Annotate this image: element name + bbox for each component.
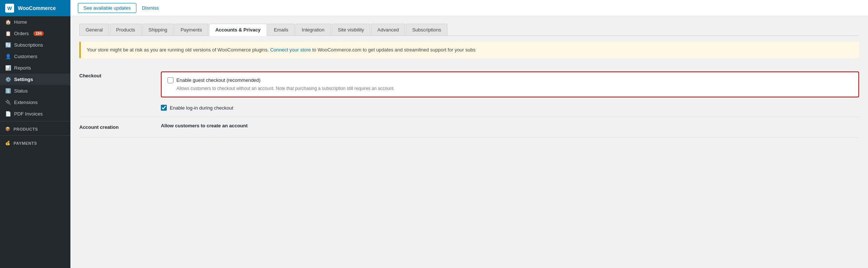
login-checkout-label[interactable]: Enable log-in during checkout (170, 105, 233, 111)
subscriptions-icon: 🔄 (5, 42, 11, 48)
sidebar-item-pdf-invoices[interactable]: 📄 PDF Invoices (0, 108, 70, 120)
content-area: General Products Shipping Payments Accou… (70, 16, 868, 268)
tab-emails[interactable]: Emails (268, 24, 295, 36)
tab-accounts-privacy[interactable]: Accounts & Privacy (209, 24, 267, 36)
sidebar-item-orders[interactable]: 📋 Orders 194 (0, 28, 70, 39)
login-checkout-checkbox[interactable] (161, 105, 167, 111)
sidebar-item-label: Reports (14, 65, 31, 71)
woocommerce-logo: W (5, 4, 14, 13)
login-checkout-row: Enable log-in during checkout (161, 105, 859, 111)
sidebar-item-reports[interactable]: 📊 Reports (0, 62, 70, 74)
sidebar-item-subscriptions[interactable]: 🔄 Subscriptions (0, 39, 70, 51)
sidebar-brand-label: WooCommerce (18, 5, 56, 11)
account-creation-settings-row: Account creation Allow customers to crea… (79, 117, 859, 138)
products-section-icon: 📦 (5, 127, 11, 131)
guest-checkout-row: Enable guest checkout (recommended) (168, 77, 852, 83)
settings-icon: ⚙️ (5, 77, 11, 82)
tab-shipping[interactable]: Shipping (142, 24, 174, 36)
sidebar-item-customers[interactable]: 👤 Customers (0, 51, 70, 62)
see-updates-button[interactable]: See available updates (78, 3, 136, 13)
sidebar-section-payments-header: 💰 Payments (0, 137, 70, 148)
tab-subscriptions[interactable]: Subscriptions (406, 24, 447, 36)
sidebar-section-label: Products (14, 127, 38, 131)
alert-banner: Your store might be at risk as you are r… (79, 42, 859, 58)
account-creation-content: Allow customers to create an account (161, 123, 859, 131)
top-bar: See available updates Dismiss (70, 0, 868, 16)
sidebar-item-home[interactable]: 🏠 Home (0, 16, 70, 28)
status-icon: ℹ️ (5, 88, 11, 94)
tab-general[interactable]: General (79, 24, 109, 36)
checkout-content: Enable guest checkout (recommended) Allo… (161, 71, 859, 111)
sidebar-item-label: PDF Invoices (14, 111, 43, 117)
sidebar-item-label: Orders (14, 31, 29, 36)
guest-checkout-hint: Allows customers to checkout without an … (176, 86, 852, 92)
checkout-label: Checkout (79, 71, 161, 78)
checkout-settings-row: Checkout Enable guest checkout (recommen… (79, 66, 859, 117)
sidebar-item-label: Extensions (14, 100, 38, 105)
sidebar-item-settings[interactable]: ⚙️ Settings (0, 74, 70, 85)
sidebar-section-label: Payments (14, 141, 37, 145)
alert-text-after: to WooCommerce.com to get updates and st… (312, 47, 476, 53)
guest-checkout-label[interactable]: Enable guest checkout (recommended) (176, 77, 261, 83)
tab-site-visibility[interactable]: Site visibility (332, 24, 371, 36)
main-content: See available updates Dismiss General Pr… (70, 0, 868, 268)
tab-integration[interactable]: Integration (295, 24, 331, 36)
payments-section-icon: 💰 (5, 141, 11, 145)
guest-checkout-checkbox[interactable] (168, 77, 173, 83)
alert-link[interactable]: Connect your store (270, 47, 311, 53)
settings-tabs: General Products Shipping Payments Accou… (79, 24, 859, 36)
guest-checkout-box: Enable guest checkout (recommended) Allo… (161, 71, 859, 98)
account-creation-label: Account creation (79, 123, 161, 130)
dismiss-button[interactable]: Dismiss (140, 3, 161, 13)
pdf-invoices-icon: 📄 (5, 111, 11, 117)
sidebar-item-extensions[interactable]: 🔌 Extensions (0, 97, 70, 108)
tab-products[interactable]: Products (110, 24, 141, 36)
sidebar-item-label: Status (14, 88, 28, 94)
home-icon: 🏠 (5, 19, 11, 25)
sidebar-divider-1 (0, 121, 70, 121)
reports-icon: 📊 (5, 65, 11, 71)
sidebar: W WooCommerce 🏠 Home 📋 Orders 194 🔄 Subs… (0, 0, 70, 268)
account-creation-title: Allow customers to create an account (161, 123, 859, 128)
customers-icon: 👤 (5, 54, 11, 59)
sidebar-item-status[interactable]: ℹ️ Status (0, 85, 70, 97)
alert-text-before: Your store might be at risk as you are r… (87, 47, 269, 53)
tab-payments[interactable]: Payments (174, 24, 208, 36)
extensions-icon: 🔌 (5, 100, 11, 105)
tab-advanced[interactable]: Advanced (371, 24, 405, 36)
sidebar-item-label: Home (14, 19, 27, 25)
sidebar-divider-2 (0, 135, 70, 135)
sidebar-brand[interactable]: W WooCommerce (0, 0, 70, 16)
orders-icon: 📋 (5, 31, 11, 36)
sidebar-item-label: Subscriptions (14, 42, 43, 48)
sidebar-item-label: Settings (14, 77, 33, 82)
sidebar-item-label: Customers (14, 54, 37, 59)
orders-badge: 194 (33, 31, 44, 36)
sidebar-section-products-header: 📦 Products (0, 123, 70, 134)
